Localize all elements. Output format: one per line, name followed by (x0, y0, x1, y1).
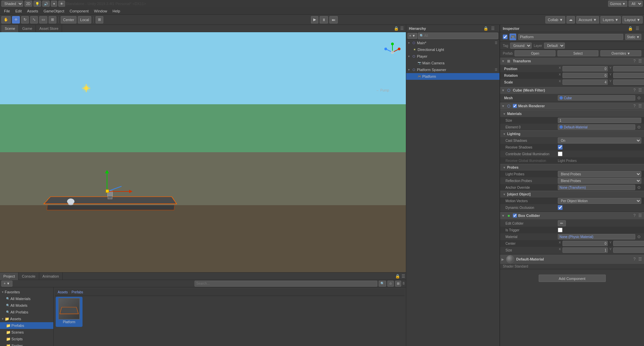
tree-scenes[interactable]: 📁 Scenes (0, 329, 53, 336)
pivot-local-button[interactable]: Local (78, 16, 91, 23)
edit-collider-button[interactable]: ✏ (558, 220, 566, 226)
menu-window[interactable]: Window (91, 8, 110, 14)
scale-x-input[interactable] (562, 79, 608, 85)
tool-scale[interactable]: ⤡ (30, 16, 38, 23)
mesh-filter-menu-icon[interactable]: ☰ (638, 88, 643, 93)
hierarchy-lock[interactable]: 🔒 (483, 26, 489, 31)
scale-y-input[interactable] (613, 79, 644, 85)
tree-scripts[interactable]: 📁 Scripts (0, 336, 53, 342)
box-collider-enable[interactable] (513, 214, 517, 218)
collab-button[interactable]: Collab ▼ (545, 16, 565, 23)
tree-all-materials[interactable]: 🔍 All Materials (0, 295, 53, 302)
rotation-y-input[interactable] (613, 73, 644, 78)
breadcrumb-prefabs[interactable]: Prefabs (71, 290, 83, 294)
position-x-input[interactable] (562, 66, 608, 71)
account-button[interactable]: Account ▼ (576, 16, 599, 23)
object-name-input[interactable] (518, 34, 623, 40)
tab-asset-store[interactable]: Asset Store (36, 25, 62, 32)
element0-picker[interactable]: ⊙ (637, 125, 641, 129)
scene-panel-menu[interactable]: ☰ (399, 26, 405, 31)
step-button[interactable]: ⏭ (329, 16, 338, 23)
scene-panel-lock[interactable]: 🔒 (393, 26, 399, 31)
menu-edit[interactable]: Edit (13, 8, 24, 14)
project-filter-button[interactable]: ☆ (387, 281, 394, 287)
mesh-renderer-enable[interactable] (513, 104, 517, 108)
asset-platform[interactable]: Platform (56, 297, 83, 327)
2d-toggle[interactable]: 2D (24, 1, 32, 7)
play-button[interactable]: ▶ (311, 16, 318, 23)
tree-assets[interactable]: ▼ 📁 Assets (0, 315, 53, 322)
tab-scene[interactable]: Scene (1, 25, 19, 32)
hierarchy-add-button[interactable]: + ▼ (408, 33, 417, 39)
anchor-override-ref[interactable]: None (Transform) (558, 185, 635, 190)
hierarchy-menu[interactable]: ☰ (490, 26, 495, 31)
menu-file[interactable]: File (1, 8, 13, 14)
tag-dropdown[interactable]: Ground (510, 43, 532, 49)
scene-audio-toggle[interactable]: 🔊 (42, 1, 50, 7)
project-view-button[interactable]: ⊞ (395, 281, 401, 287)
rotation-x-input[interactable] (562, 73, 608, 78)
collider-material-picker[interactable]: ⊙ (637, 234, 641, 239)
gizmos-dropdown[interactable]: Gizmos ▼ (608, 1, 627, 7)
element0-ref[interactable]: Default-Material (558, 124, 635, 130)
pause-button[interactable]: ⏸ (320, 16, 328, 23)
toolbar-extra[interactable]: ⊞ (96, 16, 103, 23)
breadcrumb-assets[interactable]: Assets (58, 290, 68, 294)
tool-hand[interactable]: ✋ (1, 16, 11, 23)
contribute-gi-checkbox[interactable] (558, 152, 562, 156)
mesh-ref-field[interactable]: Cube (558, 95, 635, 101)
mesh-renderer-menu-icon[interactable]: ☰ (638, 104, 643, 108)
tool-move[interactable]: ✛ (12, 16, 20, 23)
tab-project[interactable]: Project (0, 273, 18, 280)
receive-shadows-checkbox[interactable] (558, 145, 562, 150)
cast-shadows-dropdown[interactable]: On Off (558, 137, 641, 143)
tree-all-models[interactable]: 🔍 All Models (0, 302, 53, 309)
box-collider-settings-icon[interactable]: ? (633, 213, 636, 218)
prefab-overrides-button[interactable]: Overrides ▼ (600, 50, 641, 56)
transform-settings-icon[interactable]: ? (633, 59, 636, 63)
scene-lighting-toggle[interactable]: 💡 (34, 1, 41, 7)
mesh-ref-picker[interactable]: ⊙ (637, 96, 641, 100)
layers-button[interactable]: Layers ▼ (600, 16, 621, 23)
position-y-input[interactable] (613, 66, 644, 71)
menu-gameobject[interactable]: GameObject (41, 8, 67, 14)
project-panel-menu[interactable]: ☰ (401, 274, 406, 279)
menu-help[interactable]: Help (110, 8, 123, 14)
directional-light-gizmo[interactable] (82, 84, 90, 92)
tab-console[interactable]: Console (18, 273, 39, 280)
cloud-button[interactable]: ☁ (567, 16, 575, 23)
hierarchy-item-main-camera[interactable]: 📷 Main Camera (406, 60, 499, 66)
orientation-gizmo[interactable] (382, 42, 402, 62)
transform-menu-icon[interactable]: ☰ (638, 59, 643, 63)
motion-vectors-dropdown[interactable]: Per Object Motion (558, 198, 641, 204)
object-enable-checkbox[interactable] (503, 35, 507, 39)
tool-rect[interactable]: ▭ (39, 16, 47, 23)
collider-size-x[interactable] (562, 247, 608, 253)
hierarchy-item-main[interactable]: ▼ ⬡ Main* ☰ (406, 40, 499, 46)
spawner-menu[interactable]: ☰ (494, 68, 498, 71)
scene-viewport[interactable]: ← Pump (0, 32, 406, 272)
tree-sprites[interactable]: 📁 Sprites (0, 342, 53, 346)
tool-rotate[interactable]: ↻ (21, 16, 29, 23)
mesh-filter-settings-icon[interactable]: ? (633, 88, 636, 93)
menu-assets[interactable]: Assets (24, 8, 41, 14)
mesh-renderer-header[interactable]: ▼ ⬡ Mesh Renderer ? ☰ (500, 102, 644, 110)
prefab-select-button[interactable]: Select (557, 50, 598, 56)
material-header[interactable]: ▶ Default-Material ? ☰ (500, 254, 644, 264)
scene-hidden-toggle[interactable]: 👁 (58, 1, 65, 7)
is-trigger-checkbox[interactable] (558, 228, 562, 232)
hierarchy-item-platform-spawner[interactable]: ▼ ⬡ Platform Spawner ☰ (406, 66, 499, 73)
box-collider-menu-icon[interactable]: ☰ (638, 213, 643, 218)
pivot-center-button[interactable]: Center (61, 16, 76, 23)
scene-search[interactable]: All (629, 1, 643, 7)
scene-effects-toggle[interactable]: ✦ (51, 1, 57, 7)
layout-button[interactable]: Layout ▼ (622, 16, 643, 23)
hierarchy-scene-menu[interactable]: ☰ (494, 41, 498, 45)
mesh-filter-header[interactable]: ▼ ⬡ Cube (Mesh Filter) ? ☰ (500, 86, 644, 94)
add-asset-button[interactable]: + ▼ (1, 281, 12, 287)
tool-transform[interactable]: ⊞ (49, 16, 56, 23)
shading-mode-dropdown[interactable]: Shaded (1, 1, 23, 7)
hierarchy-item-player[interactable]: ▼ ⬡ Player (406, 53, 499, 60)
collider-size-y[interactable] (613, 247, 644, 253)
tree-favorites[interactable]: ▼ Favorites (0, 289, 53, 295)
